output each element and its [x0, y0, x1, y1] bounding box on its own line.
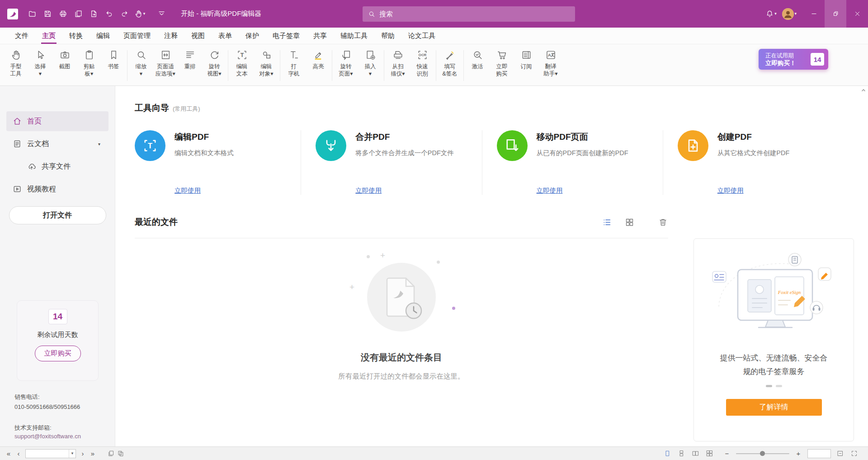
use-now-link[interactable]: 立即使用 — [537, 186, 563, 195]
menu-share[interactable]: 共享 — [307, 28, 334, 44]
zoom-percentage-input[interactable] — [808, 451, 830, 457]
ribbon-reflow[interactable]: 重排 — [178, 47, 202, 70]
list-view-icon[interactable] — [601, 217, 612, 228]
export-share-icon[interactable] — [86, 6, 101, 22]
open-file-icon[interactable] — [24, 6, 40, 22]
card-move-pdf-pages[interactable]: 移动PDF页面 从已有的PDF页面创建新的PDF 立即使用 — [482, 130, 663, 195]
card-create-pdf[interactable]: 创建PDF 从其它格式文件创建PDF 立即使用 — [663, 130, 844, 195]
ribbon-rotate-pages[interactable]: 旋转 页面▾ — [334, 47, 358, 77]
buy-now-button[interactable]: 立即购买 — [35, 346, 81, 361]
chevron-down-icon[interactable]: ▼ — [69, 450, 75, 458]
save-icon[interactable] — [40, 6, 55, 22]
menu-esign[interactable]: 电子签章 — [266, 28, 307, 44]
sidebar-item-cloud-docs[interactable]: 云文档 ▾ — [6, 134, 108, 154]
zoom-percentage-box[interactable] — [807, 449, 831, 458]
carousel-dot[interactable] — [766, 385, 772, 387]
ribbon-buy-now[interactable]: 立即 购买 — [490, 47, 514, 77]
ribbon-edit-object[interactable]: 编辑 对象▾ — [254, 47, 278, 77]
esign-illustration: Foxit eSign — [706, 252, 842, 336]
ribbon-highlight[interactable]: 高亮 — [306, 47, 330, 70]
notifications-bell-icon[interactable]: ▾ — [763, 6, 778, 22]
continuous-view-icon[interactable] — [676, 449, 686, 459]
support-email-address[interactable]: support@foxitsoftware.cn — [14, 432, 81, 440]
menu-help[interactable]: 帮助 — [374, 28, 401, 44]
grid-view-icon[interactable] — [624, 217, 635, 228]
menu-page-management[interactable]: 页面管理 — [117, 28, 157, 44]
menu-home[interactable]: 主页 — [35, 28, 62, 44]
menu-edit[interactable]: 编辑 — [90, 28, 117, 44]
ribbon-clipboard[interactable]: 剪贴 板▾ — [77, 47, 101, 77]
minimize-button[interactable] — [803, 0, 825, 28]
ribbon-quick-ocr[interactable]: OCR 快速 识别 — [410, 47, 434, 77]
zoom-out-icon[interactable]: − — [722, 450, 732, 457]
doc-copy-icon[interactable] — [106, 449, 116, 459]
hand-tool-quick-icon[interactable]: ▾ — [132, 6, 147, 22]
menu-accessibility[interactable]: 辅助工具 — [334, 28, 374, 44]
ribbon-hand-tool[interactable]: 手型 工具 — [4, 47, 28, 77]
redo-icon[interactable] — [117, 6, 132, 22]
chevron-down-icon[interactable]: ▾ — [98, 142, 100, 147]
ribbon-rotate-view[interactable]: 旋转 视图▾ — [202, 47, 226, 77]
menu-file[interactable]: 文件 — [8, 28, 35, 44]
sidebar-item-video-tutorials[interactable]: 视频教程 — [6, 179, 108, 199]
global-search-input[interactable]: 搜索 — [363, 6, 575, 22]
close-button[interactable] — [846, 0, 868, 28]
print-icon[interactable] — [55, 6, 71, 22]
use-now-link[interactable]: 立即使用 — [717, 186, 744, 195]
restore-button[interactable] — [825, 0, 846, 28]
continuous-facing-view-icon[interactable] — [704, 449, 714, 459]
trial-period-banner[interactable]: 正在试用期 立即购买！ 14 — [759, 49, 828, 70]
use-now-link[interactable]: 立即使用 — [355, 186, 382, 195]
ribbon-fill-sign[interactable]: 填写 &签名 — [438, 47, 462, 77]
ribbon-zoom[interactable]: 缩放 ▾ — [129, 47, 153, 77]
menu-convert[interactable]: 转换 — [62, 28, 90, 44]
scrollbar-up-icon[interactable] — [860, 87, 867, 94]
fit-page-icon[interactable] — [835, 449, 845, 459]
previous-page-icon[interactable]: ‹ — [14, 450, 24, 457]
menu-protect[interactable]: 保护 — [239, 28, 266, 44]
ribbon-activate[interactable]: 激活 — [465, 47, 490, 70]
ribbon-subscribe[interactable]: 订阅 — [514, 47, 538, 70]
ribbon-from-scanner[interactable]: 从扫 描仪▾ — [386, 47, 410, 77]
doc-stack-icon[interactable] — [116, 449, 126, 459]
ribbon-bookmark[interactable]: 书签 — [101, 47, 126, 70]
ribbon-select[interactable]: 选择 ▾ — [28, 47, 52, 77]
page-number-input[interactable] — [26, 451, 69, 457]
shapes-icon — [261, 48, 272, 62]
sidebar-item-home[interactable]: 首页 — [6, 111, 108, 131]
zoom-slider[interactable] — [736, 453, 789, 454]
clear-recent-trash-icon[interactable] — [657, 217, 668, 228]
undo-icon[interactable] — [101, 6, 117, 22]
account-menu[interactable]: ▾ — [782, 8, 797, 20]
learn-more-button[interactable]: 了解详情 — [726, 399, 822, 416]
sidebar-item-shared-files[interactable]: 共享文件 — [6, 156, 108, 176]
card-merge-pdf[interactable]: 合并PDF 将多个文件合并生成一个PDF文件 立即使用 — [301, 130, 481, 195]
card-edit-pdf[interactable]: T 编辑PDF 编辑文档和文本格式 立即使用 — [135, 130, 301, 195]
ribbon-snapshot[interactable]: 截图 — [52, 47, 77, 70]
customize-toolbar-icon[interactable] — [154, 6, 169, 22]
camera-icon — [59, 48, 71, 62]
zoom-slider-thumb[interactable] — [760, 451, 765, 456]
facing-view-icon[interactable] — [690, 449, 700, 459]
page-number-box[interactable]: ▼ — [25, 449, 76, 458]
ribbon-insert[interactable]: 插入 ▾ — [358, 47, 382, 77]
ribbon-fit-options[interactable]: 页面适 应选项▾ — [153, 47, 178, 77]
ribbon-edit-text[interactable]: T 编辑 文本 — [230, 47, 254, 77]
menu-comment[interactable]: 注释 — [157, 28, 184, 44]
copy-pages-icon[interactable] — [71, 6, 86, 22]
first-page-icon[interactable]: « — [4, 450, 14, 457]
last-page-icon[interactable]: » — [88, 450, 98, 457]
ribbon-translate-assistant[interactable]: A 翻译 助手▾ — [538, 47, 563, 77]
menu-paper-tools[interactable]: 论文工具 — [401, 28, 442, 44]
use-now-link[interactable]: 立即使用 — [175, 186, 201, 195]
ribbon-typewriter[interactable]: 打 字机 — [282, 47, 306, 77]
next-page-icon[interactable]: › — [78, 450, 88, 457]
single-page-view-icon[interactable] — [662, 449, 672, 459]
menu-form[interactable]: 表单 — [212, 28, 239, 44]
promo-carousel-dots[interactable] — [766, 385, 782, 387]
fullscreen-icon[interactable] — [849, 449, 859, 459]
carousel-dot[interactable] — [776, 385, 782, 387]
menu-view[interactable]: 视图 — [184, 28, 212, 44]
open-file-button[interactable]: 打开文件 — [9, 206, 106, 224]
zoom-in-icon[interactable]: + — [793, 450, 803, 457]
